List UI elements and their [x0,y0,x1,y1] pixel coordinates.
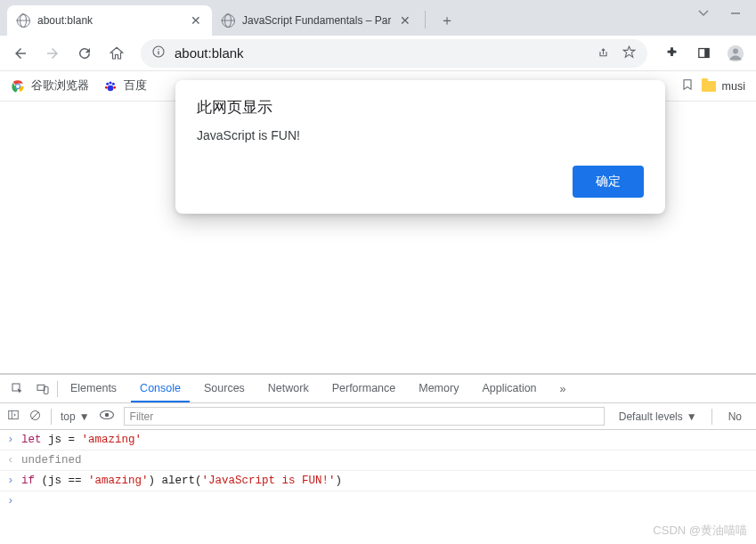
close-tab-icon[interactable]: ✕ [398,13,412,28]
console-sidebar-toggle-icon[interactable] [7,409,20,424]
console-input-line: › if (js == 'amazing') alert('JavaScript… [0,471,756,491]
dropdown-caret-icon: ▼ [687,410,697,423]
clear-console-icon[interactable] [28,409,42,425]
log-levels-select[interactable]: Default levels ▼ [614,410,703,423]
devtools-tab-console[interactable]: Console [131,376,190,402]
svg-rect-5 [704,49,709,58]
alert-message: JavaScript is FUN! [197,128,644,142]
svg-point-15 [105,86,108,89]
svg-point-11 [106,82,109,85]
svg-rect-20 [9,410,19,418]
svg-point-14 [108,85,114,91]
browser-tab-strip: about:blank ✕ JavaScript Fundamentals – … [0,0,756,36]
result-value: undefined [21,454,82,467]
console-result-line: ‹ undefined [0,451,756,471]
watermark-text: CSDN @黄油喵喵 [653,523,747,539]
console-output[interactable]: › let js = 'amazing' ‹ undefined › if (j… [0,430,756,544]
device-toolbar-icon[interactable] [32,378,53,400]
input-chevron-icon: › [7,434,16,446]
svg-point-25 [104,413,109,418]
svg-point-13 [112,82,115,85]
back-button[interactable] [7,40,34,67]
bookmark-label: 百度 [124,78,147,93]
separator [51,409,52,425]
bookmark-item[interactable]: 百度 [103,78,147,93]
reload-button[interactable] [71,40,98,67]
output-chevron-icon: ‹ [7,454,16,467]
site-info-icon[interactable] [151,45,166,61]
separator [57,381,58,397]
share-icon[interactable] [596,45,611,62]
console-prompt[interactable]: › [0,491,756,511]
extensions-icon[interactable] [658,40,685,67]
close-tab-icon[interactable]: ✕ [189,13,203,28]
browser-tab[interactable]: JavaScript Fundamentals – Par ✕ [212,5,421,36]
tab-separator [425,11,426,28]
alert-ok-button[interactable]: 确定 [573,166,644,198]
browser-toolbar: about:blank [0,36,756,71]
input-chevron-icon: › [7,495,16,507]
issues-label[interactable]: No [721,410,749,423]
svg-rect-18 [37,385,45,390]
svg-line-23 [32,411,39,418]
forward-button[interactable] [39,40,66,67]
bookmark-item[interactable]: 谷歌浏览器 [11,78,89,93]
baidu-icon [103,79,118,93]
separator [711,409,712,425]
svg-point-12 [109,81,111,84]
window-controls [683,0,756,27]
more-tabs-icon[interactable]: » [560,383,566,395]
svg-point-16 [113,86,116,89]
chrome-icon [11,79,25,93]
devtools-tab-network[interactable]: Network [259,376,318,402]
console-toolbar: top ▼ Filter Default levels ▼ No [0,403,756,430]
execution-context-select[interactable]: top ▼ [61,410,90,423]
address-text: about:blank [175,45,244,61]
bookmark-folder-label: musi [722,80,745,93]
svg-point-7 [733,48,738,53]
bookmark-folder[interactable]: musi [702,79,745,93]
js-alert-dialog: 此网页显示 JavaScript is FUN! 确定 [175,80,665,214]
window-dropdown-icon[interactable] [695,7,711,20]
browser-tab-active[interactable]: about:blank ✕ [7,5,212,36]
new-tab-button[interactable]: ＋ [435,8,459,33]
devtools-tab-application[interactable]: Application [473,376,545,402]
levels-label: Default levels [619,410,683,423]
address-bar[interactable]: about:blank [141,39,647,68]
devtools-panel: ElementsConsoleSourcesNetworkPerformance… [0,373,756,544]
inspect-element-icon[interactable] [7,378,28,400]
svg-point-2 [158,49,159,50]
svg-rect-3 [158,51,159,54]
bookmark-overflow-icon[interactable] [680,77,695,94]
tab-title: JavaScript Fundamentals – Par [242,14,391,27]
alert-title: 此网页显示 [197,98,644,118]
folder-icon [702,79,716,93]
svg-point-10 [16,85,20,88]
profile-avatar-icon[interactable] [722,40,749,67]
devtools-tab-strip: ElementsConsoleSourcesNetworkPerformance… [0,375,756,403]
context-label: top [61,410,76,423]
globe-icon [16,13,30,28]
home-button[interactable] [103,40,130,67]
side-panel-icon[interactable] [690,40,717,67]
devtools-tab-memory[interactable]: Memory [410,376,467,402]
dropdown-caret-icon: ▼ [79,410,90,423]
devtools-tab-sources[interactable]: Sources [195,376,254,402]
console-filter-input[interactable]: Filter [124,407,605,426]
minimize-button[interactable] [728,7,744,20]
devtools-tab-performance[interactable]: Performance [323,376,405,402]
console-input-line: › let js = 'amazing' [0,430,756,451]
globe-icon [221,13,235,28]
tab-title: about:blank [37,14,182,27]
live-expression-icon[interactable] [99,410,115,423]
bookmark-label: 谷歌浏览器 [31,78,89,93]
input-chevron-icon: › [7,475,16,487]
filter-placeholder: Filter [130,410,154,423]
devtools-tab-elements[interactable]: Elements [61,376,126,402]
bookmark-star-icon[interactable] [622,45,637,62]
